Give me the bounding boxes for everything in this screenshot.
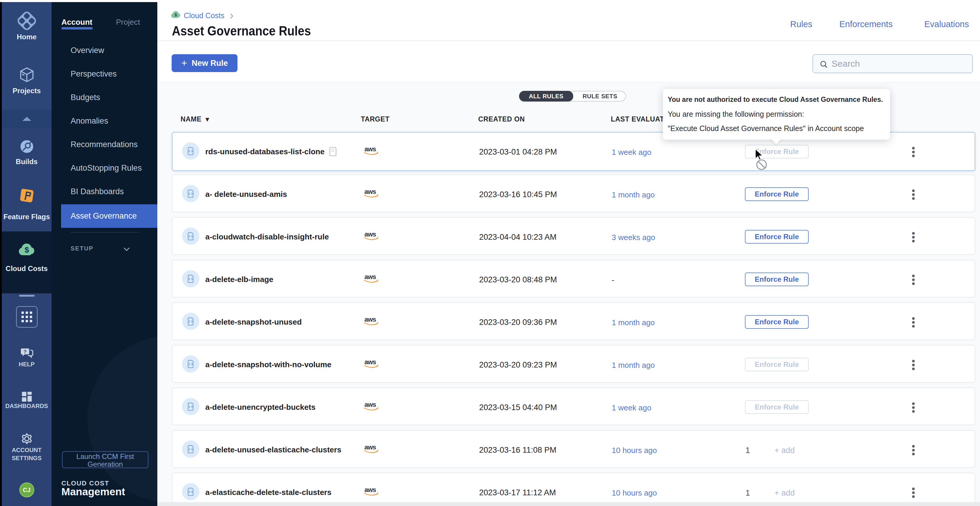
svg-text:aws: aws xyxy=(364,188,376,195)
svg-text:aws: aws xyxy=(364,358,376,366)
svg-text:aws: aws xyxy=(364,145,376,153)
svg-text:aws: aws xyxy=(364,443,376,451)
svg-text:$: $ xyxy=(24,246,29,254)
svg-text:aws: aws xyxy=(364,401,376,408)
svg-text:?: ? xyxy=(23,349,26,355)
svg-text:aws: aws xyxy=(364,486,376,493)
svg-text:$: $ xyxy=(175,13,177,17)
svg-text:aws: aws xyxy=(364,316,376,323)
svg-text:aws: aws xyxy=(364,230,376,238)
svg-text:aws: aws xyxy=(364,273,376,281)
